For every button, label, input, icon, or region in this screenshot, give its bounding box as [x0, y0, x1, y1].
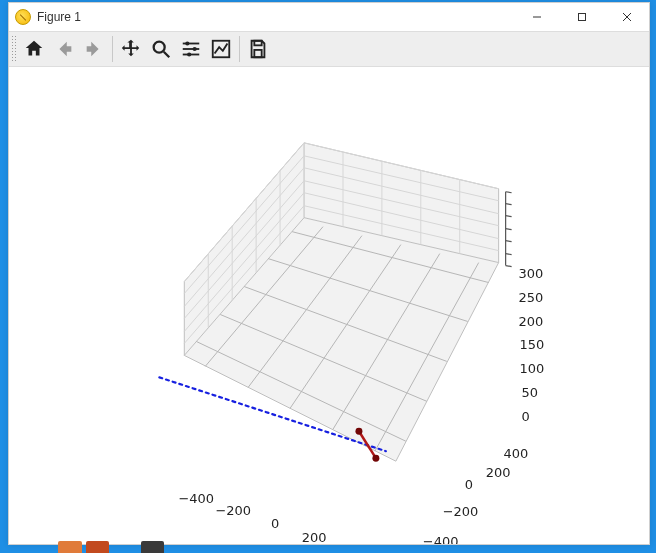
- svg-rect-1: [578, 14, 585, 21]
- svg-line-55: [506, 192, 512, 193]
- move-icon: [120, 38, 142, 60]
- svg-point-10: [193, 47, 197, 51]
- z-tick: 300: [519, 266, 544, 281]
- figure-canvas[interactable]: −400 −200 0 200 400 −400 −200 0 200 400 …: [9, 67, 649, 544]
- z-tick: 150: [520, 337, 545, 352]
- figure-window: Figure 1: [8, 2, 650, 545]
- z-tick: 200: [519, 314, 544, 329]
- home-icon: [23, 38, 45, 60]
- svg-point-11: [187, 52, 191, 56]
- chart-line-icon: [210, 38, 232, 60]
- pan-button[interactable]: [116, 34, 146, 64]
- taskbar-fragment: [58, 541, 168, 553]
- svg-line-49: [506, 266, 512, 267]
- close-button[interactable]: [604, 3, 649, 31]
- x-tick: −400: [178, 491, 214, 506]
- svg-line-5: [164, 52, 170, 58]
- svg-point-59: [372, 455, 379, 462]
- y-tick: 400: [504, 446, 529, 461]
- toolbar-grip: [11, 35, 17, 63]
- zoom-icon: [150, 38, 172, 60]
- svg-rect-13: [254, 41, 261, 46]
- window-title: Figure 1: [37, 10, 81, 24]
- sliders-icon: [180, 38, 202, 60]
- y-tick: −200: [443, 504, 479, 519]
- back-button[interactable]: [49, 34, 79, 64]
- z-tick: 100: [520, 361, 545, 376]
- y-tick: −400: [423, 534, 459, 544]
- save-icon: [247, 38, 269, 60]
- svg-line-50: [506, 254, 512, 255]
- x-tick: −200: [215, 503, 251, 518]
- x-tick: 0: [271, 516, 279, 531]
- zoom-button[interactable]: [146, 34, 176, 64]
- forward-button[interactable]: [79, 34, 109, 64]
- arrow-right-icon: [83, 38, 105, 60]
- y-tick: 200: [486, 465, 511, 480]
- svg-rect-14: [254, 50, 261, 57]
- z-tick: 0: [522, 409, 530, 424]
- maximize-button[interactable]: [559, 3, 604, 31]
- svg-point-9: [185, 41, 189, 45]
- matplotlib-toolbar: [9, 31, 649, 67]
- arrow-left-icon: [53, 38, 75, 60]
- svg-point-58: [355, 428, 362, 435]
- app-icon: [15, 9, 31, 25]
- axes3d: −400 −200 0 200 400 −400 −200 0 200 400 …: [9, 67, 649, 544]
- svg-line-51: [506, 241, 512, 242]
- axes-button[interactable]: [206, 34, 236, 64]
- svg-point-4: [154, 42, 165, 53]
- x-tick: 200: [302, 530, 327, 544]
- z-tick: 50: [522, 385, 539, 400]
- svg-line-52: [506, 229, 512, 230]
- home-button[interactable]: [19, 34, 49, 64]
- titlebar: Figure 1: [9, 3, 649, 31]
- svg-line-53: [506, 216, 512, 217]
- y-tick: 0: [465, 477, 473, 492]
- minimize-button[interactable]: [514, 3, 559, 31]
- svg-line-54: [506, 204, 512, 205]
- subplots-button[interactable]: [176, 34, 206, 64]
- z-tick: 250: [519, 291, 544, 306]
- save-button[interactable]: [243, 34, 273, 64]
